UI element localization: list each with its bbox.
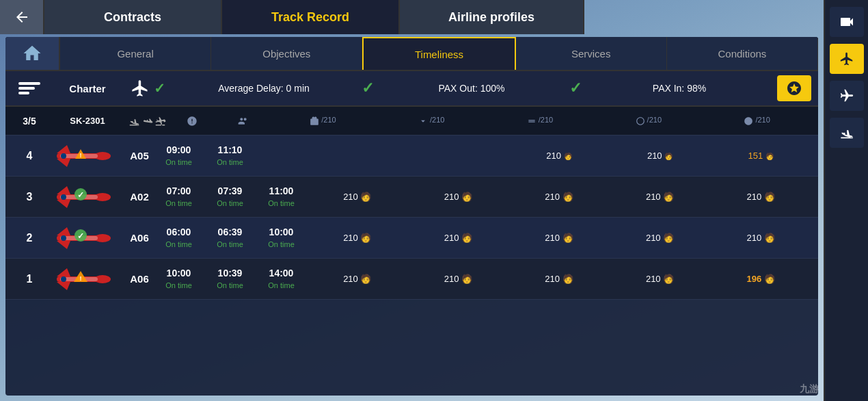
pax-cell-2: 210 🧑 <box>508 192 610 202</box>
pax-cell-3: 210 🧑 <box>610 151 711 161</box>
row-number: 1 <box>12 273 46 285</box>
table-row: 3 ✓ A02 07:00 <box>5 177 818 218</box>
top-nav: Contracts Track Record Airline profiles <box>0 0 824 34</box>
svg-marker-26 <box>57 268 70 276</box>
airline-plane-img: ✓ <box>46 226 122 250</box>
dep-time: 10:00 On time <box>153 267 204 291</box>
sub-tabs: General Objectives Timeliness Services C… <box>5 37 818 71</box>
row-gate: A06 <box>126 232 153 244</box>
tab-airline-profiles[interactable]: Airline profiles <box>400 0 584 34</box>
svg-marker-19 <box>57 241 70 249</box>
column-headers: 3/5 SK-2301 <box>5 107 818 135</box>
row-number: 4 <box>12 150 46 162</box>
delay-check: ✓ <box>362 79 374 97</box>
svg-text:✓: ✓ <box>77 231 84 241</box>
row-gate: A06 <box>126 273 153 285</box>
arr1-time: 07:39 On time <box>204 185 256 209</box>
tab-contracts[interactable]: Contracts <box>44 0 222 34</box>
svg-point-13 <box>61 194 66 200</box>
svg-marker-27 <box>57 282 70 290</box>
table-row: 1 ! A06 10:00 On tim <box>5 259 818 300</box>
plane-check: ✓ <box>154 80 165 96</box>
arr2-time: 11:00 On time <box>256 185 307 209</box>
timeliness-active-icon <box>777 75 811 101</box>
svg-marker-3 <box>57 159 70 167</box>
svg-text:!: ! <box>80 275 82 282</box>
right-sidebar <box>824 0 868 401</box>
tab-home[interactable] <box>5 37 60 70</box>
watermark: 九游 <box>800 383 819 396</box>
pax-in-stat: PAX In: 98% <box>582 83 777 94</box>
svg-marker-10 <box>57 186 70 194</box>
arr1-time: 06:39 On time <box>204 226 256 250</box>
dep-time: 07:00 On time <box>153 185 204 209</box>
pax-cell-2: 210 🧑 <box>508 151 610 161</box>
pax-cell-4: 151 🧑 <box>710 151 811 161</box>
arr1-time: 10:39 On time <box>204 267 256 291</box>
row-number: 3 <box>12 191 46 203</box>
airline-name: Charter <box>46 83 128 94</box>
dep-time: 09:00 On time <box>153 144 204 168</box>
plane-right-button-2[interactable] <box>830 118 864 148</box>
airline-plane-img: ✓ <box>46 185 122 209</box>
table-row: 4 ! A05 <box>5 135 818 177</box>
svg-point-21 <box>61 235 66 241</box>
svg-marker-2 <box>57 145 70 153</box>
svg-marker-11 <box>57 200 70 208</box>
svg-text:✓: ✓ <box>77 190 84 200</box>
airline-plane-img: ! <box>46 267 122 292</box>
tab-timeliness[interactable]: Timeliness <box>362 37 515 70</box>
airline-logo <box>12 82 46 94</box>
tab-track-record[interactable]: Track Record <box>222 0 400 34</box>
back-button[interactable] <box>0 0 44 34</box>
tab-objectives[interactable]: Objectives <box>211 37 362 70</box>
plane-right-button-1[interactable] <box>830 81 864 111</box>
arr2-time: 10:00 On time <box>256 226 307 250</box>
svg-point-29 <box>61 276 66 282</box>
pax-cell-3: 210 🧑 <box>610 192 711 202</box>
row-gate: A02 <box>126 191 153 203</box>
row-gate: A05 <box>126 150 153 161</box>
header-flight: SK-2301 <box>46 116 128 126</box>
avg-delay-stat: Average Delay: 0 min <box>166 83 362 94</box>
svg-marker-18 <box>57 227 70 235</box>
dep-time: 06:00 On time <box>153 226 204 250</box>
plane-up-button[interactable] <box>830 44 864 74</box>
contract-header: Charter ✓ Average Delay: 0 min ✓ PAX Out… <box>5 71 818 107</box>
table-row: 2 ✓ A06 06:00 On tim <box>5 218 818 259</box>
svg-text:!: ! <box>80 152 82 159</box>
pax-out-stat: PAX Out: 100% <box>374 83 569 94</box>
header-progress: 3/5 <box>12 116 46 127</box>
pax-cell-0: 210 🧑 <box>307 192 408 202</box>
svg-point-5 <box>61 153 66 159</box>
tab-general[interactable]: General <box>60 37 211 70</box>
row-number: 2 <box>12 232 46 244</box>
arr1-time: 11:10 On time <box>204 144 256 168</box>
pax-cell-1: 210 🧑 <box>408 192 509 202</box>
airline-plane-img: ! <box>46 144 122 168</box>
arr2-time: 14:00 On time <box>256 267 307 291</box>
tab-services[interactable]: Services <box>516 37 667 70</box>
pax-cell-4: 210 🧑 <box>710 192 811 202</box>
paxout-check: ✓ <box>569 79 582 97</box>
camera-button[interactable] <box>830 7 864 37</box>
tab-conditions[interactable]: Conditions <box>667 37 818 70</box>
